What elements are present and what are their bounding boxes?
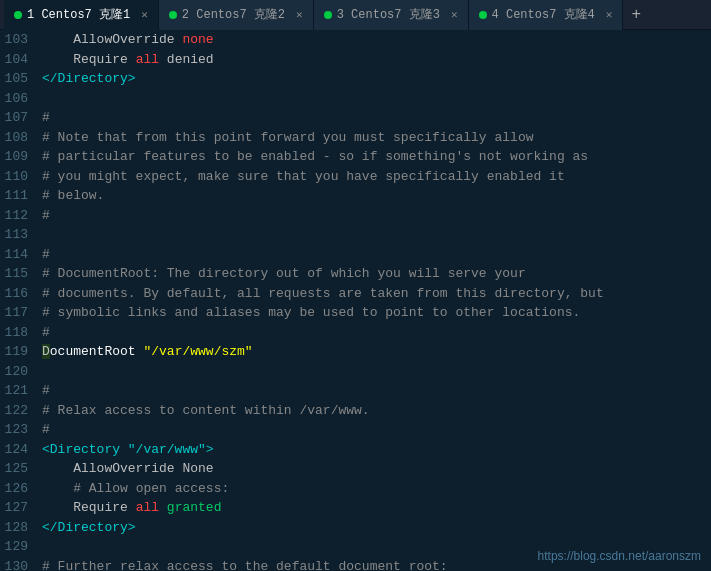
line-number: 111	[0, 186, 38, 206]
line-code: # you might expect, make sure that you h…	[38, 167, 711, 187]
editor-area: 103 AllowOverride none104 Require all de…	[0, 30, 711, 571]
tab-dot-2	[169, 11, 177, 19]
line-code: # documents. By default, all requests ar…	[38, 284, 711, 304]
table-row: 125 AllowOverride None	[0, 459, 711, 479]
line-code: Require all granted	[38, 498, 711, 518]
line-number: 122	[0, 401, 38, 421]
line-number: 126	[0, 479, 38, 499]
line-number: 121	[0, 381, 38, 401]
table-row: 113	[0, 225, 711, 245]
table-row: 108# Note that from this point forward y…	[0, 128, 711, 148]
line-number: 116	[0, 284, 38, 304]
table-row: 115# DocumentRoot: The directory out of …	[0, 264, 711, 284]
tab-label-2: 2 Centos7 克隆2	[182, 6, 285, 23]
table-row: 122# Relax access to content within /var…	[0, 401, 711, 421]
line-code: # particular features to be enabled - so…	[38, 147, 711, 167]
line-code: # DocumentRoot: The directory out of whi…	[38, 264, 711, 284]
table-row: 106	[0, 89, 711, 109]
table-row: 111# below.	[0, 186, 711, 206]
tab-dot-4	[479, 11, 487, 19]
table-row: 105</Directory>	[0, 69, 711, 89]
line-code: # below.	[38, 186, 711, 206]
table-row: 117# symbolic links and aliases may be u…	[0, 303, 711, 323]
line-number: 103	[0, 30, 38, 50]
line-code: # Further relax access to the default do…	[38, 557, 711, 572]
line-number: 108	[0, 128, 38, 148]
line-code: # Relax access to content within /var/ww…	[38, 401, 711, 421]
line-number: 109	[0, 147, 38, 167]
table-row: 126 # Allow open access:	[0, 479, 711, 499]
line-number: 128	[0, 518, 38, 538]
tab-1[interactable]: 1 Centos7 克隆1 ✕	[4, 0, 159, 30]
tab-label-4: 4 Centos7 克隆4	[492, 6, 595, 23]
code-table: 103 AllowOverride none104 Require all de…	[0, 30, 711, 571]
line-code	[38, 362, 711, 382]
line-number: 130	[0, 557, 38, 572]
tab-bar: 1 Centos7 克隆1 ✕ 2 Centos7 克隆2 ✕ 3 Centos…	[0, 0, 711, 30]
line-code: #	[38, 420, 711, 440]
line-code: # symbolic links and aliases may be used…	[38, 303, 711, 323]
line-number: 125	[0, 459, 38, 479]
table-row: 119DocumentRoot "/var/www/szm"	[0, 342, 711, 362]
line-number: 113	[0, 225, 38, 245]
tab-close-4[interactable]: ✕	[606, 8, 613, 21]
table-row: 109# particular features to be enabled -…	[0, 147, 711, 167]
table-row: 128</Directory>	[0, 518, 711, 538]
line-number: 129	[0, 537, 38, 557]
table-row: 114#	[0, 245, 711, 265]
line-code: Require all denied	[38, 50, 711, 70]
line-code: </Directory>	[38, 518, 711, 538]
line-number: 118	[0, 323, 38, 343]
line-number: 107	[0, 108, 38, 128]
table-row: 121#	[0, 381, 711, 401]
table-row: 103 AllowOverride none	[0, 30, 711, 50]
tab-label-1: 1 Centos7 克隆1	[27, 6, 130, 23]
line-number: 127	[0, 498, 38, 518]
line-number: 115	[0, 264, 38, 284]
table-row: 123#	[0, 420, 711, 440]
line-number: 106	[0, 89, 38, 109]
table-row: 120	[0, 362, 711, 382]
table-row: 110# you might expect, make sure that yo…	[0, 167, 711, 187]
table-row: 130# Further relax access to the default…	[0, 557, 711, 572]
line-number: 124	[0, 440, 38, 460]
new-tab-button[interactable]: +	[623, 0, 649, 30]
tab-4[interactable]: 4 Centos7 克隆4 ✕	[469, 0, 624, 30]
line-number: 105	[0, 69, 38, 89]
tab-dot-1	[14, 11, 22, 19]
tab-3[interactable]: 3 Centos7 克隆3 ✕	[314, 0, 469, 30]
line-code: AllowOverride None	[38, 459, 711, 479]
table-row: 107#	[0, 108, 711, 128]
table-row: 129	[0, 537, 711, 557]
line-number: 112	[0, 206, 38, 226]
line-number: 114	[0, 245, 38, 265]
table-row: 118#	[0, 323, 711, 343]
line-code: #	[38, 206, 711, 226]
line-code: #	[38, 108, 711, 128]
line-code: AllowOverride none	[38, 30, 711, 50]
tab-close-1[interactable]: ✕	[141, 8, 148, 21]
tab-dot-3	[324, 11, 332, 19]
line-code	[38, 89, 711, 109]
line-code: #	[38, 381, 711, 401]
table-row: 112#	[0, 206, 711, 226]
table-row: 127 Require all granted	[0, 498, 711, 518]
tab-close-3[interactable]: ✕	[451, 8, 458, 21]
table-row: 116# documents. By default, all requests…	[0, 284, 711, 304]
line-code: #	[38, 323, 711, 343]
line-code: #	[38, 245, 711, 265]
line-number: 119	[0, 342, 38, 362]
tab-close-2[interactable]: ✕	[296, 8, 303, 21]
table-row: 124<Directory "/var/www">	[0, 440, 711, 460]
tab-2[interactable]: 2 Centos7 克隆2 ✕	[159, 0, 314, 30]
line-code	[38, 537, 711, 557]
line-number: 104	[0, 50, 38, 70]
line-code: # Allow open access:	[38, 479, 711, 499]
line-number: 123	[0, 420, 38, 440]
line-number: 120	[0, 362, 38, 382]
tab-label-3: 3 Centos7 克隆3	[337, 6, 440, 23]
table-row: 104 Require all denied	[0, 50, 711, 70]
line-number: 117	[0, 303, 38, 323]
line-code	[38, 225, 711, 245]
line-code: DocumentRoot "/var/www/szm"	[38, 342, 711, 362]
